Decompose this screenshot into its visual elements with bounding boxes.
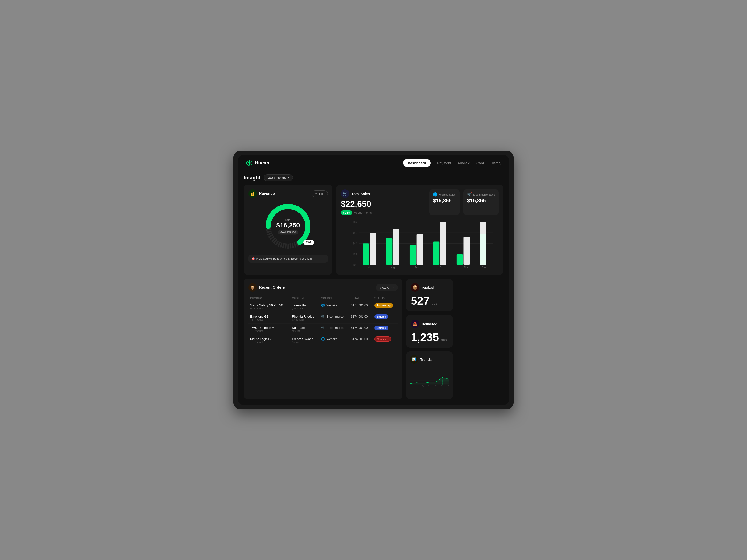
- svg-rect-16: [410, 245, 416, 265]
- cell-total: $174,001.00: [349, 324, 372, 335]
- svg-text:Jun: Jun: [410, 385, 411, 386]
- trends-chart: Jun Jul Aug Sept Okt Nov Des: [410, 366, 449, 394]
- orders-card: 📦 Recent Orders View All → PRODUCT ↑ CUS…: [244, 278, 403, 399]
- edit-icon: ✏: [315, 192, 318, 195]
- nav-history[interactable]: History: [490, 161, 501, 165]
- revenue-card: 💰 Revenue ✏ Edit: [244, 185, 332, 275]
- packed-unit: pcs: [432, 301, 437, 305]
- percent-badge: 65%: [304, 240, 314, 245]
- bar-chart-svg: $8K $6K $4K $2K $0: [341, 219, 499, 270]
- svg-rect-13: [370, 233, 376, 265]
- revenue-title-row: 💰 Revenue: [248, 189, 275, 198]
- vs-text: vs Last month: [354, 211, 371, 214]
- delivered-header: 📤 Delivered: [411, 320, 448, 328]
- packed-value: 527: [411, 295, 430, 307]
- cell-customer: James Hall @jmshall: [290, 301, 319, 313]
- delivered-value-row: 1,235 pcs: [411, 332, 448, 343]
- svg-text:$4K: $4K: [353, 242, 357, 245]
- svg-text:Aug: Aug: [422, 385, 424, 386]
- nav-analytic[interactable]: Analytic: [458, 161, 470, 165]
- svg-rect-15: [393, 229, 400, 265]
- svg-rect-21: [463, 237, 470, 265]
- cell-customer: Frances Swann @Frnz: [290, 335, 319, 346]
- svg-rect-20: [457, 254, 463, 265]
- sales-badge: ↑ 24%: [341, 211, 352, 215]
- ecommerce-label: 🛒 E-commerce Sales: [467, 192, 495, 197]
- svg-text:$0: $0: [353, 263, 356, 266]
- website-icon: 🌐: [433, 192, 438, 197]
- svg-text:$8K: $8K: [353, 220, 357, 223]
- status-badge: Canceled: [375, 337, 391, 342]
- orders-title: Recent Orders: [259, 285, 285, 290]
- table-row[interactable]: Mouse Logic G +3 Product Frances Swann @…: [248, 335, 398, 346]
- sales-main: 🛒 Total Sales $22,650 ↑ 24% vs Last mont…: [341, 189, 426, 215]
- svg-text:Sept: Sept: [428, 385, 431, 386]
- svg-rect-12: [363, 243, 369, 265]
- orders-icon: 📦: [248, 283, 257, 292]
- website-amount: $15,865: [433, 197, 456, 204]
- cell-status: Canceled: [372, 335, 398, 346]
- insight-header: Insight Last 6 months ▾: [244, 174, 503, 181]
- packed-icon: 📦: [411, 283, 419, 292]
- projected-banner: 🎯 Projected will be reached at November …: [248, 255, 328, 263]
- svg-marker-33: [410, 378, 449, 386]
- revenue-header: 💰 Revenue ✏ Edit: [248, 189, 328, 198]
- cell-total: $174,001.00: [349, 313, 372, 324]
- nav-payment[interactable]: Payment: [437, 161, 451, 165]
- view-all-button[interactable]: View All →: [376, 284, 398, 291]
- sales-title: Total Sales: [352, 192, 370, 196]
- cell-product: TWS Earphone M1 +3 Product: [248, 324, 290, 335]
- source-icon: 🛒: [321, 315, 325, 318]
- date-filter[interactable]: Last 6 months ▾: [264, 174, 293, 181]
- bottom-row: 📦 Recent Orders View All → PRODUCT ↑ CUS…: [244, 278, 503, 399]
- navigation: Hucan Dashboard Payment Analytic Card Hi…: [238, 155, 509, 170]
- sales-meta: ↑ 24% vs Last month: [341, 211, 426, 215]
- edit-label: Edit: [319, 192, 324, 195]
- trends-header: 📊 Trends: [410, 355, 449, 364]
- table-row[interactable]: Sams Galaxy S6 Pro 5G +3 Product James H…: [248, 301, 398, 313]
- svg-rect-18: [433, 242, 439, 265]
- cell-source: 🛒 E-commerce: [319, 313, 349, 324]
- sales-icon: 🛒: [341, 189, 349, 198]
- svg-rect-19: [440, 222, 446, 265]
- delivered-card: 📤 Delivered 1,235 pcs: [406, 315, 453, 348]
- cell-customer: Kurt Bates @kurtt: [290, 324, 319, 335]
- cell-total: $174,001.00: [349, 301, 372, 313]
- orders-tbody: Sams Galaxy S6 Pro 5G +3 Product James H…: [248, 301, 398, 346]
- revenue-icon: 💰: [248, 189, 257, 198]
- sales-top: 🛒 Total Sales $22,650 ↑ 24% vs Last mont…: [341, 189, 499, 215]
- cell-status: Shiping: [372, 324, 398, 335]
- col-product: PRODUCT ↑: [248, 295, 290, 301]
- donut-center: Total $16,250 Goal $25,000: [276, 218, 300, 235]
- trends-card: 📊 Trends: [406, 351, 453, 399]
- svg-text:Okt: Okt: [440, 266, 443, 269]
- edit-button[interactable]: ✏ Edit: [312, 190, 328, 197]
- orders-header: 📦 Recent Orders View All →: [248, 283, 398, 292]
- trends-icon: 📊: [410, 355, 418, 364]
- orders-table: PRODUCT ↑ CUSTOMER SOURCE TOTAL STATUS S…: [248, 295, 398, 346]
- ecommerce-sales-card: 🛒 E-commerce Sales $15,865: [463, 189, 499, 215]
- right-column: 📦 Packed 527 pcs 📤 Delivered: [406, 278, 453, 399]
- svg-text:Okt: Okt: [435, 385, 437, 386]
- sales-amount: $22,650: [341, 199, 426, 209]
- cell-status: Shiping: [372, 313, 398, 324]
- cell-source: 🛒 E-commerce: [319, 324, 349, 335]
- goal-label: Goal $25,000: [278, 230, 298, 235]
- svg-rect-17: [417, 234, 423, 265]
- cell-product: Mouse Logic G +3 Product: [248, 335, 290, 346]
- svg-text:Jul: Jul: [366, 266, 369, 269]
- ecommerce-amount: $15,865: [467, 197, 495, 204]
- svg-text:Nov: Nov: [464, 266, 468, 269]
- logo[interactable]: Hucan: [246, 159, 269, 167]
- revenue-title: Revenue: [259, 192, 275, 196]
- packed-title: Packed: [421, 286, 434, 290]
- col-status: STATUS: [372, 295, 398, 301]
- table-row[interactable]: TWS Earphone M1 +3 Product Kurt Bates @k…: [248, 324, 398, 335]
- delivered-title: Delivered: [421, 322, 437, 326]
- status-badge: Shiping: [375, 325, 388, 330]
- nav-dashboard[interactable]: Dashboard: [403, 159, 431, 167]
- table-row[interactable]: Earphone G1 +3 Product Rhonda Rhodes @rh…: [248, 313, 398, 324]
- svg-point-34: [442, 377, 443, 378]
- cell-source: 🌐 Website: [319, 301, 349, 313]
- nav-card[interactable]: Card: [476, 161, 484, 165]
